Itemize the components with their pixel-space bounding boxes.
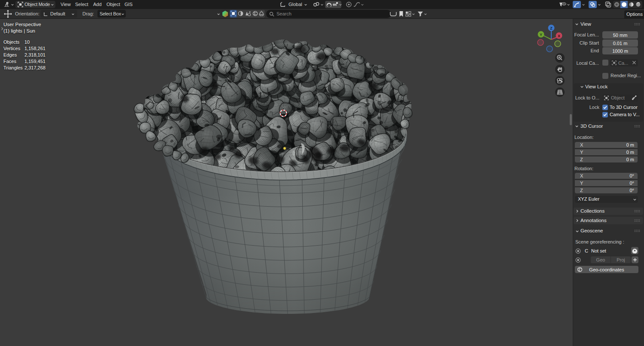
svg-text:Z: Z: [550, 26, 553, 30]
svg-text:X: X: [558, 34, 560, 38]
svg-text:Y: Y: [540, 33, 542, 37]
